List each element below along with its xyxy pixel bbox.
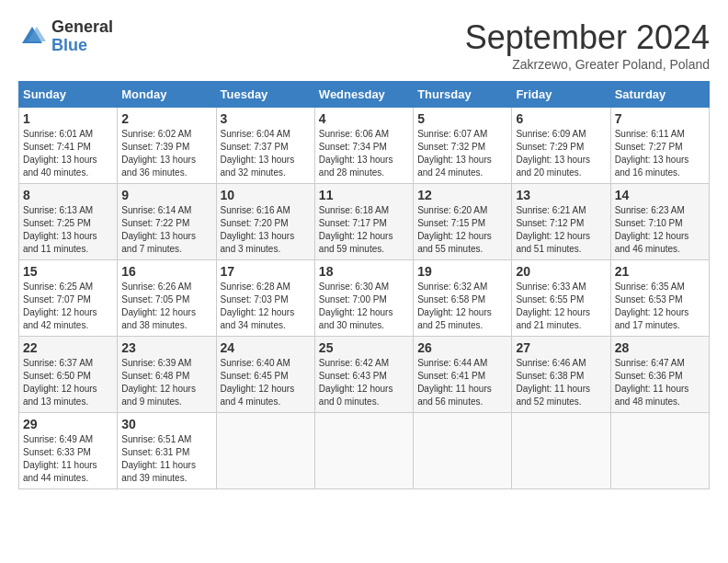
day-number: 3 <box>221 111 311 126</box>
calendar-week-1: 1Sunrise: 6:01 AMSunset: 7:41 PMDaylight… <box>19 108 710 184</box>
day-number: 24 <box>221 340 311 355</box>
day-number: 6 <box>516 111 606 126</box>
day-number: 22 <box>23 340 113 355</box>
location-subtitle: Zakrzewo, Greater Poland, Poland <box>465 57 710 72</box>
calendar-week-5: 29Sunrise: 6:49 AMSunset: 6:33 PMDayligh… <box>19 413 710 489</box>
table-row: 17Sunrise: 6:28 AMSunset: 7:03 PMDayligh… <box>216 260 314 337</box>
table-row: 4Sunrise: 6:06 AMSunset: 7:34 PMDaylight… <box>314 108 413 184</box>
day-info: Sunrise: 6:14 AMSunset: 7:22 PMDaylight:… <box>121 205 196 254</box>
day-number: 20 <box>516 264 606 279</box>
day-info: Sunrise: 6:46 AMSunset: 6:38 PMDaylight:… <box>516 358 590 407</box>
table-row <box>314 413 413 489</box>
day-info: Sunrise: 6:09 AMSunset: 7:29 PMDaylight:… <box>516 129 590 178</box>
table-row: 16Sunrise: 6:26 AMSunset: 7:05 PMDayligh… <box>118 260 216 337</box>
table-row: 5Sunrise: 6:07 AMSunset: 7:32 PMDaylight… <box>414 108 512 184</box>
calendar-header: Sunday Monday Tuesday Wednesday Thursday… <box>19 82 710 108</box>
day-info: Sunrise: 6:39 AMSunset: 6:48 PMDaylight:… <box>121 358 196 407</box>
day-number: 4 <box>319 111 409 126</box>
day-info: Sunrise: 6:02 AMSunset: 7:39 PMDaylight:… <box>121 129 196 178</box>
day-info: Sunrise: 6:07 AMSunset: 7:32 PMDaylight:… <box>417 129 492 178</box>
day-number: 8 <box>23 188 113 202</box>
logo-icon <box>18 23 46 51</box>
table-row: 21Sunrise: 6:35 AMSunset: 6:53 PMDayligh… <box>610 260 709 337</box>
table-row <box>512 413 610 489</box>
page-header: General Blue September 2024 Zakrzewo, Gr… <box>18 18 710 72</box>
table-row: 10Sunrise: 6:16 AMSunset: 7:20 PMDayligh… <box>216 184 314 260</box>
day-number: 26 <box>417 340 507 355</box>
logo: General Blue <box>18 18 113 55</box>
day-info: Sunrise: 6:06 AMSunset: 7:34 PMDaylight:… <box>319 129 393 178</box>
day-number: 2 <box>121 111 211 126</box>
table-row: 9Sunrise: 6:14 AMSunset: 7:22 PMDaylight… <box>118 184 216 260</box>
table-row: 3Sunrise: 6:04 AMSunset: 7:37 PMDaylight… <box>216 108 314 184</box>
day-info: Sunrise: 6:16 AMSunset: 7:20 PMDaylight:… <box>221 205 295 254</box>
table-row <box>610 413 709 489</box>
month-title: September 2024 <box>465 18 710 57</box>
day-info: Sunrise: 6:11 AMSunset: 7:27 PMDaylight:… <box>615 129 689 178</box>
day-info: Sunrise: 6:18 AMSunset: 7:17 PMDaylight:… <box>319 205 393 254</box>
day-info: Sunrise: 6:04 AMSunset: 7:37 PMDaylight:… <box>221 129 295 178</box>
table-row: 8Sunrise: 6:13 AMSunset: 7:25 PMDaylight… <box>19 184 118 260</box>
table-row: 14Sunrise: 6:23 AMSunset: 7:10 PMDayligh… <box>610 184 709 260</box>
day-info: Sunrise: 6:30 AMSunset: 7:00 PMDaylight:… <box>319 282 393 330</box>
table-row: 23Sunrise: 6:39 AMSunset: 6:48 PMDayligh… <box>118 337 216 413</box>
day-info: Sunrise: 6:35 AMSunset: 6:53 PMDaylight:… <box>615 282 689 330</box>
day-info: Sunrise: 6:23 AMSunset: 7:10 PMDaylight:… <box>615 205 689 254</box>
calendar-week-3: 15Sunrise: 6:25 AMSunset: 7:07 PMDayligh… <box>19 260 710 337</box>
day-number: 28 <box>615 340 705 355</box>
table-row: 28Sunrise: 6:47 AMSunset: 6:36 PMDayligh… <box>610 337 709 413</box>
table-row: 12Sunrise: 6:20 AMSunset: 7:15 PMDayligh… <box>414 184 512 260</box>
day-info: Sunrise: 6:44 AMSunset: 6:41 PMDaylight:… <box>417 358 492 407</box>
day-info: Sunrise: 6:33 AMSunset: 6:55 PMDaylight:… <box>516 282 590 330</box>
logo-blue: Blue <box>51 37 113 55</box>
logo-general: General <box>51 18 113 37</box>
day-number: 25 <box>319 340 409 355</box>
day-number: 12 <box>417 188 507 202</box>
day-info: Sunrise: 6:49 AMSunset: 6:33 PMDaylight:… <box>23 434 97 483</box>
col-wednesday: Wednesday <box>314 82 413 108</box>
day-number: 14 <box>615 188 705 202</box>
day-info: Sunrise: 6:20 AMSunset: 7:15 PMDaylight:… <box>417 205 492 254</box>
table-row: 20Sunrise: 6:33 AMSunset: 6:55 PMDayligh… <box>512 260 610 337</box>
table-row: 19Sunrise: 6:32 AMSunset: 6:58 PMDayligh… <box>414 260 512 337</box>
day-number: 16 <box>121 264 211 279</box>
title-block: September 2024 Zakrzewo, Greater Poland,… <box>465 18 710 72</box>
calendar-week-4: 22Sunrise: 6:37 AMSunset: 6:50 PMDayligh… <box>19 337 710 413</box>
day-number: 18 <box>319 264 409 279</box>
table-row <box>216 413 314 489</box>
day-number: 15 <box>23 264 113 279</box>
col-monday: Monday <box>118 82 216 108</box>
logo-text: General Blue <box>51 18 113 55</box>
day-number: 30 <box>121 417 211 431</box>
col-friday: Friday <box>512 82 610 108</box>
table-row: 26Sunrise: 6:44 AMSunset: 6:41 PMDayligh… <box>414 337 512 413</box>
day-info: Sunrise: 6:28 AMSunset: 7:03 PMDaylight:… <box>221 282 295 330</box>
table-row: 6Sunrise: 6:09 AMSunset: 7:29 PMDaylight… <box>512 108 610 184</box>
day-number: 29 <box>23 417 113 431</box>
table-row <box>414 413 512 489</box>
day-info: Sunrise: 6:01 AMSunset: 7:41 PMDaylight:… <box>23 129 97 178</box>
day-info: Sunrise: 6:47 AMSunset: 6:36 PMDaylight:… <box>615 358 689 407</box>
day-info: Sunrise: 6:51 AMSunset: 6:31 PMDaylight:… <box>121 434 196 483</box>
calendar-week-2: 8Sunrise: 6:13 AMSunset: 7:25 PMDaylight… <box>19 184 710 260</box>
day-info: Sunrise: 6:13 AMSunset: 7:25 PMDaylight:… <box>23 205 97 254</box>
day-number: 11 <box>319 188 409 202</box>
table-row: 1Sunrise: 6:01 AMSunset: 7:41 PMDaylight… <box>19 108 118 184</box>
calendar-table: Sunday Monday Tuesday Wednesday Thursday… <box>18 81 710 489</box>
table-row: 13Sunrise: 6:21 AMSunset: 7:12 PMDayligh… <box>512 184 610 260</box>
table-row: 27Sunrise: 6:46 AMSunset: 6:38 PMDayligh… <box>512 337 610 413</box>
day-number: 5 <box>417 111 507 126</box>
day-number: 13 <box>516 188 606 202</box>
day-number: 7 <box>615 111 705 126</box>
table-row: 24Sunrise: 6:40 AMSunset: 6:45 PMDayligh… <box>216 337 314 413</box>
table-row: 15Sunrise: 6:25 AMSunset: 7:07 PMDayligh… <box>19 260 118 337</box>
col-thursday: Thursday <box>414 82 512 108</box>
table-row: 22Sunrise: 6:37 AMSunset: 6:50 PMDayligh… <box>19 337 118 413</box>
day-number: 17 <box>221 264 311 279</box>
col-sunday: Sunday <box>19 82 118 108</box>
day-info: Sunrise: 6:26 AMSunset: 7:05 PMDaylight:… <box>121 282 196 330</box>
table-row: 29Sunrise: 6:49 AMSunset: 6:33 PMDayligh… <box>19 413 118 489</box>
table-row: 2Sunrise: 6:02 AMSunset: 7:39 PMDaylight… <box>118 108 216 184</box>
day-number: 10 <box>221 188 311 202</box>
col-saturday: Saturday <box>610 82 709 108</box>
